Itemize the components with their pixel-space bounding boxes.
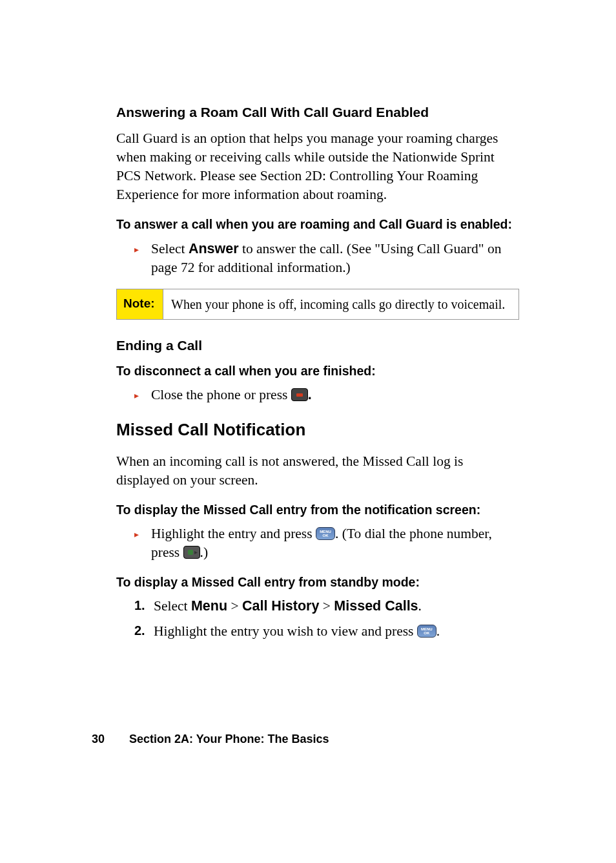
page-number: 30 <box>92 733 105 745</box>
end-key-icon <box>291 388 308 401</box>
icon-label-ok: OK <box>424 631 429 635</box>
t: Select <box>154 598 191 614</box>
menu-ok-key-icon: MENUOK <box>417 625 436 638</box>
lead-answer-roaming: To answer a call when you are roaming an… <box>116 216 519 233</box>
bullet-text: Highlight the entry and press MENUOK. (T… <box>151 525 519 562</box>
step-number-1: 1. <box>134 597 154 616</box>
step-number-2: 2. <box>134 622 154 641</box>
text-highlight-post: .) <box>200 545 209 560</box>
lead-disconnect: To disconnect a call when you are finish… <box>116 362 519 379</box>
text-close-phone: Close the phone or press <box>151 387 291 402</box>
missed-calls-label: Missed Calls <box>334 598 418 614</box>
section-label: Section 2A: Your Phone: The Basics <box>129 733 329 745</box>
step-2: 2. Highlight the entry you wish to view … <box>134 622 519 641</box>
note-box: Note: When your phone is off, incoming c… <box>116 289 519 320</box>
step-1: 1. Select Menu > Call History > Missed C… <box>134 597 519 616</box>
note-content: When your phone is off, incoming calls g… <box>163 289 518 319</box>
call-history-label: Call History <box>242 598 319 614</box>
heading-missed-call: Missed Call Notification <box>116 419 519 441</box>
bullet-arrow-icon: ▸ <box>134 525 151 562</box>
para-missed-call: When an incoming call is not answered, t… <box>116 452 519 490</box>
menu-ok-key-icon: MENUOK <box>316 527 335 540</box>
sep: > <box>319 598 334 614</box>
text-period: . <box>308 387 312 402</box>
bullet-arrow-icon: ▸ <box>134 386 151 404</box>
text-pre: Select <box>151 241 189 256</box>
bullet-close-phone: ▸ Close the phone or press . <box>134 386 519 404</box>
t: . <box>436 623 440 639</box>
t: Highlight the entry you wish to view and… <box>154 623 417 639</box>
text-highlight-pre: Highlight the entry and press <box>151 526 316 541</box>
heading-answering-roam: Answering a Roam Call With Call Guard En… <box>116 103 519 121</box>
lead-display-notification: To display the Missed Call entry from th… <box>116 501 519 518</box>
para-call-guard: Call Guard is an option that helps you m… <box>116 129 519 204</box>
text-answer-bold: Answer <box>189 241 239 256</box>
bullet-select-answer: ▸ Select Answer to answer the call. (See… <box>134 240 519 277</box>
step-1-text: Select Menu > Call History > Missed Call… <box>154 597 519 616</box>
icon-label-ok: OK <box>322 534 328 537</box>
heading-ending-call: Ending a Call <box>116 337 519 355</box>
t: . <box>418 598 422 614</box>
talk-key-icon <box>183 546 200 559</box>
bullet-arrow-icon: ▸ <box>134 240 151 277</box>
sep: > <box>227 598 242 614</box>
lead-display-standby: To display a Missed Call entry from stan… <box>116 574 519 590</box>
menu-label: Menu <box>191 598 227 614</box>
bullet-text: Select Answer to answer the call. (See "… <box>151 240 519 277</box>
note-label: Note: <box>117 289 163 319</box>
bullet-text: Close the phone or press . <box>151 386 519 404</box>
page-footer: 30Section 2A: Your Phone: The Basics <box>92 731 329 747</box>
bullet-highlight-entry: ▸ Highlight the entry and press MENUOK. … <box>134 525 519 562</box>
step-2-text: Highlight the entry you wish to view and… <box>154 622 519 641</box>
